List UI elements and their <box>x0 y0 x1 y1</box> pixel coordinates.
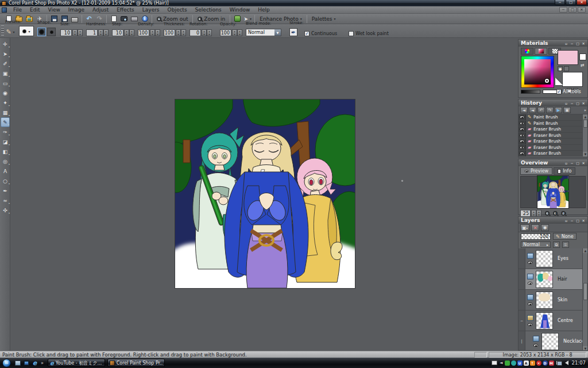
smudge-tool[interactable]: ✑▾ <box>1 127 10 137</box>
menu-edit[interactable]: Edit <box>26 6 44 14</box>
overflow-icon[interactable]: » <box>584 108 586 113</box>
menu-effects[interactable]: Effects <box>113 6 138 14</box>
hardness-stepper[interactable]: ▴▾ ▴▾ <box>98 29 109 36</box>
maximize-button[interactable]: ▢ <box>575 101 581 106</box>
color-picker[interactable] <box>521 56 554 88</box>
shape-square-button[interactable] <box>47 28 56 36</box>
stroke-button[interactable]: ✒ <box>289 28 297 36</box>
maximize-button[interactable]: ▢ <box>575 41 581 46</box>
history-row[interactable]: ▰ Eraser Brush <box>519 139 587 145</box>
taskbar-button-psp[interactable]: Corel Paint Shop Pr... <box>107 359 165 367</box>
fg-style-button[interactable]: ● <box>558 66 563 71</box>
overview-thumbnail[interactable] <box>537 176 568 208</box>
scroll-down-icon[interactable]: ▼ <box>583 152 587 156</box>
print-button[interactable] <box>70 14 79 24</box>
shade-strip[interactable] <box>521 90 540 94</box>
quickscript-save-button[interactable]: ▣ <box>563 107 571 113</box>
lock-transparency-icon[interactable]: ⚿ <box>562 241 569 248</box>
materials-title-bar[interactable]: Materials ▫ − ▢ ✕ <box>519 40 587 47</box>
zoom-100-icon[interactable]: 1:1 <box>561 211 566 216</box>
hardness-input[interactable]: 1 <box>86 29 98 36</box>
straighten-tool[interactable]: ▭▾ <box>1 78 10 88</box>
palettes-button[interactable]: Palettes ▾ <box>310 14 338 24</box>
scroll-thumb[interactable] <box>583 120 587 128</box>
rotation-input[interactable]: 0 <box>189 29 201 36</box>
layer-row-eyes[interactable]: Eyes <box>519 248 587 269</box>
tab-frame[interactable] <box>521 48 533 55</box>
rewind-button[interactable]: ◄ <box>520 107 528 113</box>
maximize-button[interactable]: ▢ <box>575 218 581 223</box>
layer-thumbnail[interactable] <box>536 271 553 288</box>
crop-tool[interactable]: ▣▾ <box>1 68 10 78</box>
clone-tool[interactable]: ▦▾ <box>1 108 10 117</box>
redo-button[interactable]: ↷ <box>546 107 554 113</box>
menu-adjust[interactable]: Adjust <box>88 6 113 14</box>
history-row[interactable]: ✎ Paint Brush <box>519 114 587 121</box>
layers-scrollbar[interactable]: ▲ ▼ <box>582 248 587 351</box>
layer-thumbnail[interactable] <box>536 250 553 267</box>
scroll-up-icon[interactable]: ▲ <box>583 248 588 253</box>
tray-icon[interactable]: ✕ <box>536 361 541 366</box>
black-white-reset-icon[interactable] <box>555 78 563 85</box>
delete-layer-button[interactable]: ✕ <box>531 224 539 231</box>
undo-button[interactable]: ↶ <box>537 107 545 113</box>
dock-button[interactable]: ▫ <box>563 41 569 46</box>
history-row[interactable]: ▰ Eraser Brush <box>519 145 587 151</box>
flood-fill-tool[interactable]: ◧▾ <box>1 147 10 156</box>
shape-round-button[interactable] <box>37 28 46 36</box>
step-input[interactable]: 10 <box>112 29 123 36</box>
all-tools-checkbox[interactable]: ✓ <box>556 89 562 94</box>
tab-info[interactable]: Info <box>554 167 575 175</box>
new-layer-button[interactable]: ▣▾ <box>520 224 529 231</box>
tab-preview[interactable]: Preview <box>520 167 552 175</box>
history-scrollbar[interactable]: ▲ ▼ <box>582 114 587 156</box>
history-row[interactable]: ▰ Eraser Brush <box>519 133 587 139</box>
doc-minimize-button[interactable]: − <box>559 7 567 13</box>
minimize-button[interactable]: − <box>569 101 575 106</box>
volume-icon[interactable] <box>565 361 568 365</box>
taskbar-button-youtube[interactable]: e YouTube - 初音ミク... <box>48 359 105 367</box>
tray-icon[interactable]: M <box>549 361 554 366</box>
visibility-eye-icon[interactable] <box>528 302 532 305</box>
visibility-eye-icon[interactable] <box>528 282 532 285</box>
scroll-down-icon[interactable]: ▼ <box>583 346 588 351</box>
doc-close-button[interactable]: ✕ <box>578 7 586 13</box>
layer-thumbnail[interactable] <box>536 312 553 329</box>
quick-launch-switcher[interactable] <box>22 359 30 367</box>
background-swatch[interactable] <box>562 72 583 87</box>
minimize-button[interactable]: − <box>569 218 575 223</box>
menu-objects[interactable]: Objects <box>164 6 191 14</box>
restore-button[interactable]: ▢ <box>566 0 576 5</box>
language-bar-icon[interactable] <box>492 361 497 365</box>
swap-colors-icon[interactable]: ⇄ <box>581 63 585 68</box>
close-icon[interactable]: ✕ <box>581 101 586 106</box>
preset-shape-tool[interactable]: ○▾ <box>1 176 10 186</box>
minimize-button[interactable]: − <box>569 41 575 46</box>
tray-icon[interactable] <box>505 361 510 366</box>
quickscript-play-button[interactable]: ▶ <box>555 107 562 113</box>
minimize-button[interactable]: − <box>555 0 565 5</box>
tray-icon[interactable] <box>511 361 516 366</box>
history-row[interactable]: ▰ Eraser Brush <box>519 151 587 156</box>
menu-layers[interactable]: Layers <box>138 6 164 14</box>
size-input[interactable]: 10 <box>60 29 72 36</box>
layer-row-necklace[interactable]: │ Necklace <box>519 331 587 351</box>
close-icon[interactable]: ✕ <box>581 160 586 166</box>
dock-button[interactable]: ▫ <box>563 101 569 106</box>
menu-help[interactable]: Help <box>254 6 274 14</box>
rotation-stepper[interactable]: ▴▾ ▴▾ <box>202 29 212 36</box>
network-icon[interactable] <box>556 361 562 366</box>
overview-title-bar[interactable]: Overview ▫ − ▢ ✕ <box>519 159 587 166</box>
visibility-eye-icon[interactable] <box>528 261 532 264</box>
canvas-image[interactable] <box>175 99 355 288</box>
layer-opacity-slider[interactable]: 100 <box>521 233 551 240</box>
brush-tip-preview[interactable]: ▾ <box>19 26 34 36</box>
presets-dropdown[interactable]: ✎ ▾ <box>6 27 15 36</box>
layer-link-button[interactable]: ✎ None <box>553 233 577 240</box>
wet-look-checkbox[interactable]: ✓ <box>349 31 354 36</box>
layer-row-skin[interactable]: Skin <box>519 290 587 310</box>
visibility-eye-icon[interactable] <box>528 323 532 326</box>
text-tool[interactable]: A <box>1 166 10 176</box>
layer-thumbnail[interactable] <box>536 292 553 309</box>
menu-window[interactable]: Window <box>226 6 254 14</box>
